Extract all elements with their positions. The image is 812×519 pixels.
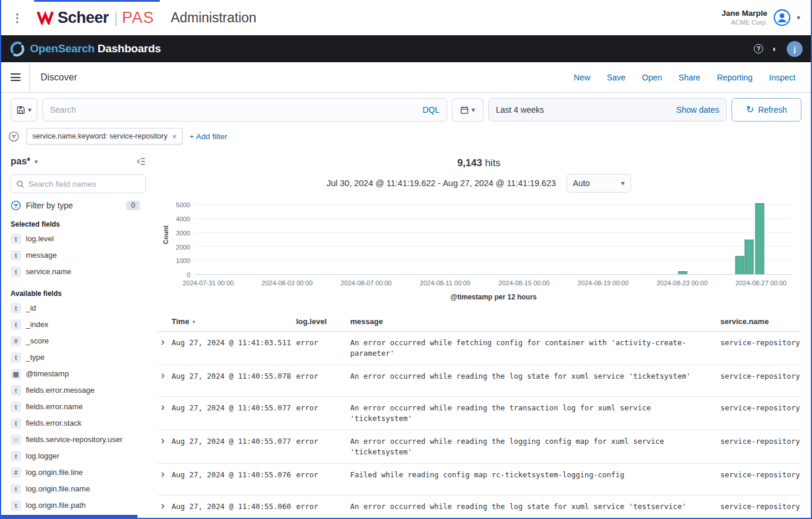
search-input[interactable]	[50, 105, 422, 114]
app-nav-bar: Discover NewSaveOpenShareReportingInspec…	[1, 62, 811, 93]
nav-link-inspect[interactable]: Inspect	[769, 73, 796, 82]
expand-row-icon[interactable]: ›	[157, 436, 172, 457]
field-item-_type[interactable]: t_type	[11, 349, 146, 366]
filter-pill[interactable]: service.name.keyword: service-repository…	[26, 128, 183, 144]
field-type-icon: t	[11, 402, 21, 412]
expand-row-icon[interactable]: ›	[157, 501, 172, 518]
cell-service-name: service-repository	[720, 470, 800, 488]
field-name: _type	[26, 352, 45, 362]
user-menu-caret-icon[interactable]: ▾	[797, 14, 800, 22]
refresh-button[interactable]: ↻ Refresh	[732, 98, 801, 122]
field-name: _index	[26, 319, 48, 329]
app-title: Discover	[41, 72, 77, 83]
table-row[interactable]: ›Aug 27, 2024 @ 11:40:55.077errorAn erro…	[157, 430, 800, 464]
saved-query-button[interactable]: ▾	[11, 98, 38, 122]
cell-service-name: service-repository	[720, 501, 800, 518]
histogram-bar[interactable]	[679, 271, 687, 274]
field-item-log.logger[interactable]: tlog.logger	[11, 448, 146, 464]
filter-bar: service.name.keyword: service-repository…	[1, 127, 811, 150]
index-pattern-selector[interactable]: pas*	[11, 156, 31, 167]
field-item-fields.service-repository.user[interactable]: ○fields.service-repository.user	[11, 432, 146, 448]
field-item-_index[interactable]: t_index	[11, 316, 146, 333]
cell-log-level: error	[296, 371, 350, 390]
cell-message: An error occurred while fetching config …	[350, 338, 720, 358]
opensearch-logo: OpenSearch Dashboards	[9, 41, 161, 57]
user-block[interactable]: Jane Marple ACME Corp. ▾	[722, 9, 800, 27]
table-row[interactable]: ›Aug 27, 2024 @ 11:41:03.511errorAn erro…	[157, 332, 800, 365]
time-range-value[interactable]: Last 4 weeks	[496, 105, 544, 114]
nav-link-open[interactable]: Open	[642, 73, 662, 82]
field-item-message[interactable]: tmessage	[11, 247, 146, 264]
apps-menu-icon[interactable]: ⋮	[12, 11, 27, 25]
nav-link-reporting[interactable]: Reporting	[717, 73, 753, 82]
show-dates-link[interactable]: Show dates	[676, 105, 719, 114]
field-item-log.origin.file.path[interactable]: tlog.origin.file.path	[11, 497, 146, 514]
cell-service-name: service-repository	[720, 338, 800, 358]
field-name: service.name	[26, 267, 71, 277]
field-type-icon: t	[11, 319, 21, 330]
field-item-log.level[interactable]: tlog.level	[11, 231, 146, 247]
x-tick-label: 2024-08-07 00:00	[341, 279, 392, 287]
nav-link-save[interactable]: Save	[607, 73, 626, 82]
osd-user-avatar[interactable]: j	[787, 41, 803, 57]
cell-message: An error occurred while reading the tran…	[350, 403, 720, 423]
table-row[interactable]: ›Aug 27, 2024 @ 11:40:55.076errorFailed …	[157, 464, 800, 496]
field-type-icon: t	[11, 385, 21, 396]
field-item-service.name[interactable]: tservice.name	[11, 264, 146, 280]
filter-list-icon[interactable]	[8, 131, 19, 142]
cell-message: Failed while reading config map rc-ticke…	[350, 470, 720, 488]
field-type-icon: #	[11, 336, 21, 346]
sidebar-scrollbar[interactable]	[1, 515, 137, 518]
remove-filter-icon[interactable]: ×	[172, 132, 177, 141]
cell-service-name: service-repository	[720, 436, 800, 457]
field-search-input[interactable]	[28, 180, 140, 188]
field-type-icon: t	[11, 484, 21, 494]
hamburger-menu-icon[interactable]	[1, 62, 30, 92]
query-language-button[interactable]: DQL	[422, 105, 439, 114]
field-item-log.origin.file.line[interactable]: #log.origin.file.line	[11, 464, 146, 481]
nav-link-share[interactable]: Share	[679, 73, 700, 82]
y-tick-label: 1000	[176, 257, 190, 264]
field-name: fields.error.name	[26, 402, 83, 412]
user-avatar-icon[interactable]	[773, 9, 791, 26]
calendar-icon	[460, 106, 469, 114]
page-title: Administration	[171, 10, 257, 26]
table-row[interactable]: ›Aug 27, 2024 @ 11:40:55.078errorAn erro…	[157, 365, 800, 397]
field-item-fields.error.stack[interactable]: tfields.error.stack	[11, 415, 146, 432]
field-item-@timestamp[interactable]: ▦@timestamp	[11, 366, 146, 382]
help-icon[interactable]: ?	[754, 44, 763, 53]
field-item-log.origin.file.name[interactable]: tlog.origin.file.name	[11, 481, 146, 497]
expand-row-icon[interactable]: ›	[157, 338, 172, 358]
collapse-sidebar-icon[interactable]	[136, 157, 146, 166]
field-name: fields.error.message	[26, 385, 95, 395]
refresh-label: Refresh	[758, 105, 787, 114]
y-tick-label: 2000	[176, 244, 190, 251]
add-filter-link[interactable]: + Add filter	[190, 132, 227, 141]
table-row[interactable]: ›Aug 27, 2024 @ 11:40:55.060errorAn erro…	[157, 496, 800, 518]
chart-time-span: Jul 30, 2024 @ 11:41:19.622 - Aug 27, 20…	[327, 178, 556, 188]
field-item-fields.error.name[interactable]: tfields.error.name	[11, 399, 146, 415]
time-range-control[interactable]: Last 4 weeks Show dates	[488, 98, 727, 122]
hits-count: 9,143	[457, 157, 482, 168]
field-item-_id[interactable]: t_id	[11, 300, 146, 316]
interval-select[interactable]: Auto ▾	[566, 174, 631, 193]
field-item-_score[interactable]: #_score	[11, 333, 146, 349]
histogram-bar[interactable]	[756, 203, 764, 274]
x-tick-label: 2024-08-03 00:00	[261, 279, 313, 287]
col-log-level[interactable]: log.level	[296, 317, 350, 326]
histogram-bar[interactable]	[735, 256, 744, 274]
col-time[interactable]: Time▼	[172, 317, 296, 326]
col-service-name[interactable]: service.name	[720, 317, 800, 326]
nav-link-new[interactable]: New	[574, 73, 590, 82]
expand-row-icon[interactable]: ›	[157, 470, 172, 488]
dark-mode-icon[interactable]: ◐	[770, 43, 780, 54]
histogram-bar[interactable]	[744, 240, 753, 274]
filter-by-type-button[interactable]: Filter by type 0	[11, 200, 146, 211]
x-tick-label: 2024-08-27 00:00	[736, 279, 787, 287]
col-message[interactable]: message	[350, 317, 720, 326]
date-picker-button[interactable]: ▾	[452, 98, 484, 122]
expand-row-icon[interactable]: ›	[157, 403, 172, 423]
table-row[interactable]: ›Aug 27, 2024 @ 11:40:55.077errorAn erro…	[157, 397, 800, 430]
expand-row-icon[interactable]: ›	[157, 371, 172, 390]
field-item-fields.error.message[interactable]: tfields.error.message	[11, 382, 146, 399]
